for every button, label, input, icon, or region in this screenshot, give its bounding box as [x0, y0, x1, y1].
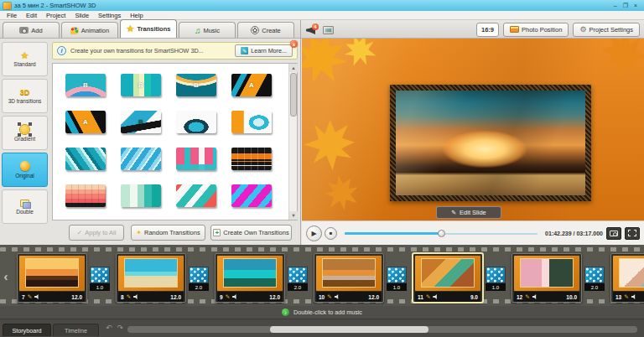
camera-icon [610, 231, 618, 236]
apply-to-all-button[interactable]: ✓ Apply to All [69, 225, 124, 241]
transition-chip[interactable]: 2.0 [584, 267, 605, 291]
menu-help[interactable]: Help [130, 12, 143, 19]
fullscreen-button[interactable] [625, 227, 640, 240]
storyboard-slide[interactable]: 8 ✎ 12.0 [116, 253, 186, 303]
transition-thumbnail[interactable] [231, 148, 272, 170]
transition-thumbnail[interactable]: A [231, 74, 272, 96]
transition-chip[interactable]: 2.0 [189, 267, 209, 291]
tab-animation[interactable]: Animation [61, 22, 118, 38]
storyboard-slide[interactable]: 10 ✎ 12.0 [314, 253, 384, 303]
transition-thumbnail[interactable] [65, 184, 106, 207]
sidebar-item-3d-transitions[interactable]: 3D 3D transitions [2, 79, 48, 113]
scroll-up-icon[interactable]: ▲ [289, 64, 298, 72]
slide-thumbnail [613, 256, 644, 291]
pencil-icon[interactable]: ✎ [127, 294, 131, 299]
transition-chip[interactable]: 1.0 [90, 267, 110, 291]
edit-slide-button[interactable]: ✎ Edit Slide [436, 206, 501, 219]
storyboard-slide[interactable]: 9 ✎ 12.0 [215, 253, 285, 303]
learn-more-label: Learn More... [251, 47, 287, 54]
menu-file[interactable]: File [7, 12, 17, 19]
project-settings-button[interactable]: ⚙ Project Settings [573, 23, 640, 37]
slide-preview[interactable]: ✎ Edit Slide [302, 39, 644, 220]
grid-scroll-thumb[interactable] [290, 73, 297, 117]
transition-thumbnail[interactable]: A [65, 111, 106, 133]
pencil-icon[interactable]: ✎ [28, 294, 32, 299]
storyboard-slide-selected[interactable]: 11 ✎ 9.0 [413, 253, 483, 303]
transition-thumbnail[interactable] [121, 184, 161, 207]
pencil-icon[interactable]: ✎ [426, 294, 430, 299]
scroll-down-icon[interactable]: ▼ [289, 211, 298, 220]
transition-thumbnail[interactable] [231, 111, 272, 133]
menu-slide[interactable]: Slide [75, 12, 89, 19]
transition-chip-image [486, 267, 506, 283]
notifications-button[interactable]: 4 [306, 23, 319, 35]
minimize-button[interactable]: – [614, 3, 617, 9]
transition-chip[interactable]: 1.0 [387, 267, 407, 291]
photo-position-button[interactable]: Photo Position [503, 23, 569, 37]
transition-thumbnail[interactable] [121, 148, 161, 170]
snapshot-button[interactable] [606, 227, 621, 240]
music-track[interactable]: ♪ Double-click to add music [0, 306, 644, 319]
tab-music[interactable]: ♫ Music [179, 22, 236, 38]
tab-storyboard[interactable]: Storyboard [3, 324, 51, 336]
redo-icon[interactable]: ↷ [117, 324, 124, 332]
tab-transitions[interactable]: ★ Transitions [120, 19, 177, 38]
transition-duration: 1.0 [90, 283, 110, 291]
sidebar-item-double[interactable]: Double [2, 189, 48, 224]
threed-icon: 3D [20, 88, 30, 96]
sidebar-item-gradient[interactable]: Gradient [2, 116, 48, 150]
undo-icon[interactable]: ↶ [106, 324, 112, 332]
transition-thumbnail[interactable] [231, 184, 272, 207]
stop-button[interactable]: ■ [325, 227, 337, 240]
random-transitions-button[interactable]: ✦ Random Transitions [131, 225, 205, 241]
menu-settings[interactable]: Settings [98, 12, 121, 19]
tab-create[interactable]: Create [237, 22, 294, 38]
transition-thumbnail[interactable] [176, 184, 216, 207]
tab-timeline[interactable]: Timeline [53, 324, 99, 336]
speaker-icon[interactable] [232, 294, 237, 299]
close-info-icon[interactable]: x [290, 40, 298, 48]
speaker-icon[interactable] [335, 294, 340, 299]
photos-icon[interactable] [323, 26, 334, 34]
speaker-icon[interactable] [433, 294, 438, 299]
learn-more-button[interactable]: ✎ Learn More... [235, 44, 293, 57]
transition-thumbnail[interactable]: B [121, 111, 161, 133]
double-icon [20, 200, 29, 207]
transition-chip[interactable]: 1.0 [486, 267, 506, 291]
storyboard-slide[interactable]: 7 ✎ 12.0 [17, 253, 87, 303]
aspect-ratio-label[interactable]: 16:9 [476, 23, 499, 37]
tab-add[interactable]: Add [3, 22, 60, 38]
play-button[interactable]: ▶ [306, 226, 322, 241]
sidebar-item-standard[interactable]: ★ Standard [2, 42, 48, 76]
strip-scroll-left-icon[interactable]: ‹ [0, 267, 12, 285]
speaker-icon[interactable] [532, 294, 538, 299]
pencil-icon[interactable]: ✎ [327, 294, 331, 299]
close-button[interactable]: × [634, 3, 637, 9]
speaker-icon[interactable] [631, 294, 636, 299]
transition-thumbnail[interactable]: B [121, 74, 161, 96]
transition-thumbnail[interactable] [176, 111, 216, 133]
seek-slider[interactable] [345, 229, 538, 238]
pencil-icon[interactable]: ✎ [226, 294, 230, 299]
speaker-icon[interactable] [133, 294, 138, 299]
pencil-icon[interactable]: ✎ [624, 294, 628, 299]
transition-chip[interactable]: 2.0 [288, 267, 308, 291]
transition-thumbnail[interactable]: B [65, 74, 106, 96]
menu-project[interactable]: Project [46, 12, 65, 19]
transition-thumbnail[interactable]: B [176, 74, 216, 96]
maximize-button[interactable]: ❐ [623, 3, 628, 9]
create-own-transitions-button[interactable]: + Create Own Transitions [210, 225, 292, 241]
menu-edit[interactable]: Edit [26, 12, 37, 19]
storyboard-slide[interactable]: 12 ✎ 10.0 [512, 253, 582, 303]
pencil-icon[interactable]: ✎ [525, 294, 529, 299]
grid-scrollbar[interactable]: ▲ ▼ [288, 64, 297, 220]
speaker-icon[interactable] [34, 294, 39, 299]
transition-thumbnail[interactable] [65, 148, 106, 170]
transition-thumbnail[interactable] [176, 148, 216, 170]
sidebar-item-original[interactable]: Original [2, 153, 48, 187]
seek-knob[interactable] [438, 230, 445, 237]
thumb-letter: B [194, 81, 199, 89]
storyboard-scroll-thumb[interactable] [270, 326, 428, 333]
storyboard-scrollbar[interactable] [127, 326, 637, 333]
storyboard-slide[interactable]: 13 ✎ [610, 253, 644, 303]
